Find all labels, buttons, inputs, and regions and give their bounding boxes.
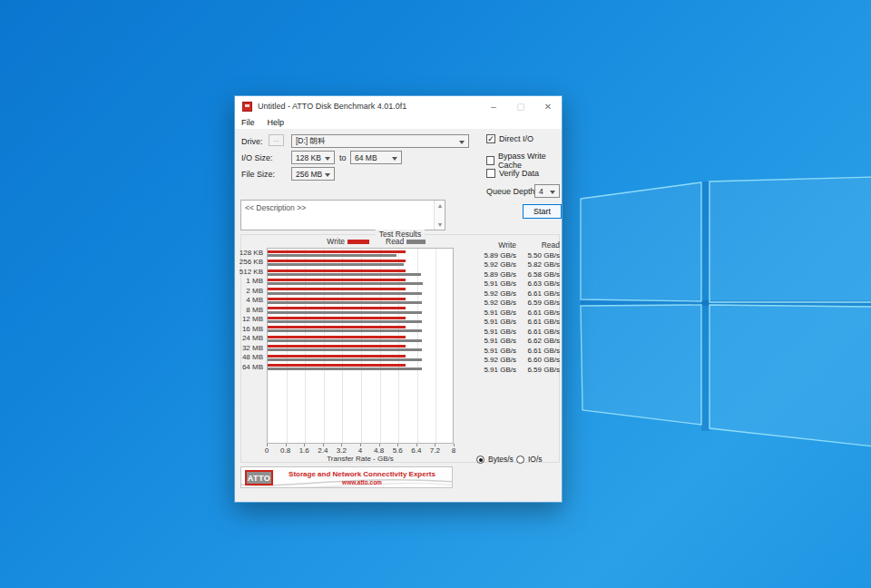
read-bar	[268, 311, 422, 314]
bypass-write-cache-checkbox[interactable]: Bypass Write Cache	[486, 152, 562, 170]
read-value: 6.62 GB/s	[520, 337, 560, 345]
io-per-sec-radio[interactable]: IO/s	[516, 455, 543, 464]
description-scrollbar[interactable]: ▲ ▼	[434, 201, 445, 230]
drive-value: [D:] 朗科	[296, 136, 326, 147]
io-size-from-select[interactable]: 128 KB	[291, 151, 335, 164]
checkbox-empty-icon	[486, 156, 494, 165]
read-bar	[268, 368, 422, 370]
menu-help[interactable]: Help	[261, 118, 291, 127]
read-bar	[268, 292, 422, 295]
write-value: 5.91 GB/s	[480, 328, 516, 336]
io-size-label: I/O Size:	[241, 153, 273, 162]
tick-label: 8	[443, 446, 465, 455]
read-bar	[268, 254, 396, 257]
menu-bar: File Help	[235, 116, 562, 130]
browse-button[interactable]: ...	[269, 134, 284, 146]
x-axis-title: Transfer Rate - GB/s	[267, 455, 454, 463]
menu-file[interactable]: File	[235, 118, 261, 127]
direct-io-checkbox[interactable]: ✓ Direct I/O	[486, 134, 533, 143]
write-value: 5.92 GB/s	[480, 299, 516, 307]
read-bar	[268, 320, 422, 323]
write-value: 5.91 GB/s	[480, 309, 516, 317]
write-value: 5.91 GB/s	[480, 366, 516, 374]
start-button[interactable]: Start	[523, 204, 562, 219]
write-bar	[268, 307, 406, 309]
atto-banner[interactable]: ATTO Storage and Network Connectivity Ex…	[240, 466, 453, 488]
chart-row-label: 8 MB	[246, 306, 263, 314]
read-bar	[268, 358, 422, 361]
chevron-down-icon	[325, 157, 330, 161]
chart-row-label: 64 MB	[242, 363, 263, 371]
values-row: 5.91 GB/s6.59 GB/s	[480, 366, 560, 374]
queue-depth-label: Queue Depth:	[486, 187, 537, 196]
minimize-button[interactable]: –	[480, 96, 507, 116]
values-row: 5.89 GB/s6.58 GB/s	[480, 270, 560, 279]
read-value: 6.61 GB/s	[520, 289, 560, 298]
read-value: 5.82 GB/s	[520, 260, 560, 269]
values-row: 5.92 GB/s5.82 GB/s	[480, 260, 560, 269]
scroll-down-icon[interactable]: ▼	[435, 220, 445, 230]
values-row: 5.92 GB/s6.60 GB/s	[480, 356, 560, 364]
chart-row-label: 32 MB	[242, 344, 263, 352]
read-bar	[268, 282, 423, 285]
chevron-down-icon	[392, 157, 397, 161]
write-value: 5.89 GB/s	[480, 270, 516, 279]
legend-write-label: Write	[321, 237, 345, 246]
write-bar	[268, 345, 406, 348]
chart-row-label: 2 MB	[246, 287, 263, 295]
chart-row-label: 24 MB	[242, 334, 263, 342]
file-size-select[interactable]: 256 MB	[291, 167, 335, 181]
write-bar	[268, 260, 406, 262]
values-row: 5.92 GB/s6.59 GB/s	[480, 299, 560, 307]
close-button[interactable]: ✕	[534, 96, 562, 116]
title-bar[interactable]: Untitled - ATTO Disk Benchmark 4.01.0f1 …	[235, 96, 562, 116]
io-size-to-select[interactable]: 64 MB	[350, 151, 402, 164]
read-value: 6.63 GB/s	[520, 279, 560, 288]
write-value: 5.91 GB/s	[480, 279, 516, 288]
logo-pane-top-right	[710, 177, 871, 302]
gridline	[436, 249, 436, 443]
read-value: 6.61 GB/s	[520, 347, 560, 355]
queue-depth-select[interactable]: 4	[534, 184, 560, 198]
write-bar	[268, 326, 406, 328]
read-value: 6.59 GB/s	[520, 366, 560, 374]
radio-empty-icon	[516, 456, 524, 464]
banner-url[interactable]: www.atto.com	[276, 479, 448, 485]
atto-benchmark-window: Untitled - ATTO Disk Benchmark 4.01.0f1 …	[234, 95, 563, 503]
read-bar	[268, 263, 404, 266]
chart-row-label: 12 MB	[242, 315, 263, 323]
chart-row-label: 512 KB	[240, 268, 263, 276]
read-value: 6.61 GB/s	[520, 318, 560, 326]
to-label: to	[339, 153, 347, 162]
chart-row-label: 256 KB	[240, 258, 263, 266]
checkbox-checked-icon: ✓	[486, 134, 495, 143]
write-bar	[268, 336, 406, 338]
read-bar	[268, 301, 422, 304]
read-bar	[268, 273, 421, 276]
chart-category-labels: 128 KB256 KB512 KB1 MB2 MB4 MB8 MB12 MB1…	[235, 248, 265, 375]
write-bar	[268, 279, 406, 281]
read-bar	[268, 348, 422, 351]
description-box[interactable]: << Description >> ▲ ▼	[240, 200, 445, 230]
verify-data-checkbox[interactable]: Verify Data	[486, 169, 539, 178]
write-column-header: Write	[480, 240, 516, 250]
maximize-button[interactable]: ▢	[507, 96, 534, 116]
scroll-up-icon[interactable]: ▲	[435, 201, 445, 211]
values-row: 5.89 GB/s5.50 GB/s	[480, 251, 560, 260]
write-bar	[268, 288, 406, 290]
file-size-label: File Size:	[241, 170, 275, 179]
chart-row-label: 16 MB	[242, 325, 263, 333]
write-bar	[268, 364, 406, 367]
drive-select[interactable]: [D:] 朗科	[291, 134, 469, 148]
logo-pane-bottom-left	[581, 305, 701, 425]
windows-logo	[567, 174, 871, 456]
radio-selected-icon	[476, 456, 484, 464]
read-column-header: Read	[520, 240, 560, 250]
logo-pane-top-left	[581, 182, 701, 301]
values-row: 5.91 GB/s6.63 GB/s	[480, 279, 560, 288]
write-bar	[268, 317, 406, 319]
bytes-per-sec-radio[interactable]: Bytes/s	[476, 455, 514, 464]
app-icon	[242, 102, 252, 112]
write-bar	[268, 355, 406, 358]
legend-read-swatch	[406, 240, 426, 244]
